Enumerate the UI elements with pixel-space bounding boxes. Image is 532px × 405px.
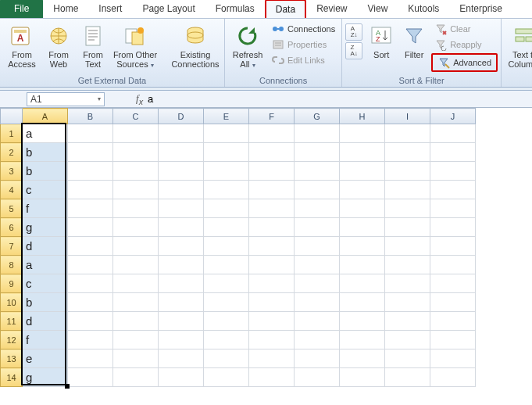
cell[interactable]: [159, 331, 204, 349]
cell[interactable]: [159, 181, 204, 199]
cell[interactable]: [113, 331, 159, 349]
cell[interactable]: [430, 199, 476, 218]
from-web-button[interactable]: FromWeb: [42, 20, 75, 69]
text-to-columns-button[interactable]: Text toColumns: [505, 20, 532, 69]
cell[interactable]: e: [23, 349, 68, 368]
cell[interactable]: [340, 293, 385, 312]
cell[interactable]: [430, 181, 476, 199]
tab-data[interactable]: Data: [265, 0, 306, 18]
edit-links-button[interactable]: Edit Links: [269, 53, 338, 67]
cell[interactable]: [340, 349, 385, 368]
sort-button[interactable]: AZ Sort: [366, 20, 397, 69]
cell[interactable]: [68, 293, 113, 312]
row-header[interactable]: 11: [1, 312, 23, 331]
row-header[interactable]: 2: [1, 143, 23, 162]
row-header[interactable]: 9: [1, 274, 23, 293]
cell[interactable]: [204, 293, 249, 312]
advanced-button[interactable]: Advanced: [431, 53, 498, 72]
cell[interactable]: [385, 256, 430, 274]
cell[interactable]: [68, 124, 113, 143]
cell[interactable]: [159, 349, 204, 368]
column-header[interactable]: D: [159, 109, 204, 124]
column-header[interactable]: I: [385, 109, 430, 124]
cell[interactable]: [340, 312, 385, 331]
row-header[interactable]: 5: [1, 199, 23, 218]
cell[interactable]: [113, 274, 159, 293]
cell[interactable]: [68, 368, 113, 387]
row-header[interactable]: 6: [1, 218, 23, 237]
from-other-sources-button[interactable]: From OtherSources ▾: [111, 20, 159, 70]
cell[interactable]: [340, 124, 385, 143]
cell[interactable]: [249, 349, 295, 368]
column-header[interactable]: C: [113, 109, 159, 124]
column-header[interactable]: F: [249, 109, 295, 124]
cell[interactable]: [204, 162, 249, 181]
cell[interactable]: [113, 256, 159, 274]
cell[interactable]: c: [23, 274, 68, 293]
cell[interactable]: [204, 199, 249, 218]
cell[interactable]: [295, 199, 340, 218]
cell[interactable]: [113, 143, 159, 162]
cell[interactable]: [249, 218, 295, 237]
dropdown-arrow-icon[interactable]: ▾: [98, 95, 101, 102]
cell[interactable]: [159, 143, 204, 162]
cell[interactable]: [68, 312, 113, 331]
cell[interactable]: [113, 162, 159, 181]
cell[interactable]: [159, 368, 204, 387]
cell[interactable]: [68, 181, 113, 199]
cell[interactable]: d: [23, 312, 68, 331]
clear-button[interactable]: Clear: [431, 22, 498, 36]
cell[interactable]: [430, 162, 476, 181]
tab-home[interactable]: Home: [43, 0, 88, 18]
filter-button[interactable]: Filter: [398, 20, 430, 69]
cell[interactable]: [340, 256, 385, 274]
cell[interactable]: [68, 237, 113, 256]
from-access-button[interactable]: A FromAccess: [3, 20, 41, 69]
cell[interactable]: [385, 274, 430, 293]
row-header[interactable]: 8: [1, 256, 23, 274]
fx-icon[interactable]: fx: [136, 92, 143, 106]
row-header[interactable]: 4: [1, 181, 23, 199]
cell[interactable]: [430, 331, 476, 349]
cell[interactable]: b: [23, 143, 68, 162]
cell[interactable]: g: [23, 218, 68, 237]
cell[interactable]: [68, 199, 113, 218]
cell[interactable]: [385, 293, 430, 312]
existing-connections-button[interactable]: ExistingConnections: [170, 20, 221, 69]
cell[interactable]: [68, 331, 113, 349]
cell[interactable]: g: [23, 368, 68, 387]
tab-view[interactable]: View: [358, 0, 398, 18]
cell[interactable]: [430, 312, 476, 331]
cell[interactable]: [385, 349, 430, 368]
cell[interactable]: [68, 143, 113, 162]
cell[interactable]: [295, 349, 340, 368]
column-header[interactable]: J: [430, 109, 476, 124]
cell[interactable]: [385, 331, 430, 349]
name-box[interactable]: A1 ▾: [27, 92, 105, 106]
cell[interactable]: [204, 143, 249, 162]
cell[interactable]: [204, 218, 249, 237]
cell[interactable]: [295, 181, 340, 199]
connections-button[interactable]: Connections: [269, 22, 338, 36]
cell[interactable]: [385, 368, 430, 387]
cell[interactable]: [295, 124, 340, 143]
row-header[interactable]: 10: [1, 293, 23, 312]
cell[interactable]: [204, 274, 249, 293]
row-header[interactable]: 12: [1, 331, 23, 349]
cell[interactable]: [204, 124, 249, 143]
row-header[interactable]: 13: [1, 349, 23, 368]
column-header[interactable]: B: [68, 109, 113, 124]
formula-input[interactable]: [148, 93, 460, 105]
properties-button[interactable]: Properties: [269, 38, 338, 52]
cell[interactable]: [385, 237, 430, 256]
cell[interactable]: [113, 312, 159, 331]
sort-asc-button[interactable]: AZ↓: [345, 23, 362, 41]
select-all-corner[interactable]: [1, 109, 23, 124]
cell[interactable]: [159, 256, 204, 274]
tab-page-layout[interactable]: Page Layout: [132, 0, 205, 18]
cell[interactable]: [204, 181, 249, 199]
tab-insert[interactable]: Insert: [88, 0, 132, 18]
cell[interactable]: [385, 162, 430, 181]
cell[interactable]: [159, 162, 204, 181]
cell[interactable]: c: [23, 181, 68, 199]
